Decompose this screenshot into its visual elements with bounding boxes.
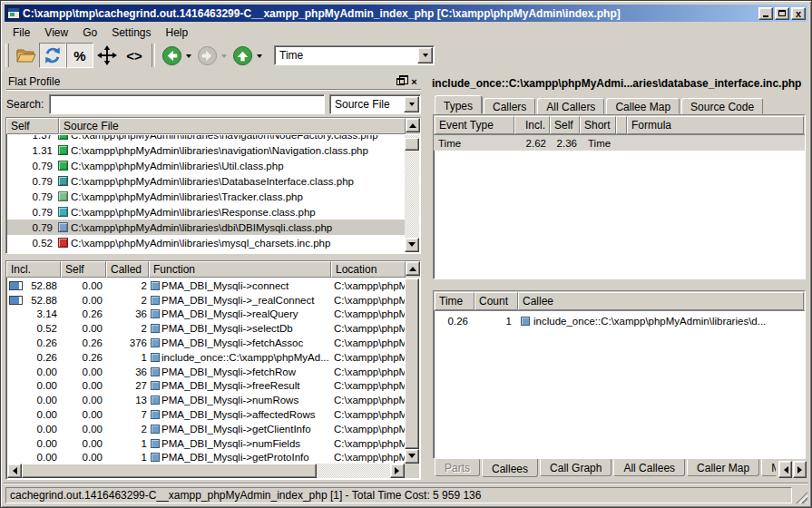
forward-dropdown-icon[interactable] <box>221 54 227 61</box>
tab-caller-map[interactable]: Caller Map <box>687 459 759 476</box>
source-file-row[interactable]: 1.31C:\xampp\phpMyAdmin\libraries\naviga… <box>7 142 405 158</box>
flat-profile-header[interactable]: Flat Profile × <box>6 74 421 90</box>
tab-all-callers[interactable]: All Callers <box>537 98 604 114</box>
scrollbar-thumb[interactable] <box>405 278 419 449</box>
function-row[interactable]: 0.000.001PMA_DBI_Mysqli->getProtoInfoC:\… <box>7 451 405 464</box>
horizontal-scrollbar[interactable] <box>7 464 405 478</box>
source-file-row[interactable]: 0.79C:\xampp\phpMyAdmin\libraries\dbi\DB… <box>7 220 405 235</box>
close-dock-button[interactable]: × <box>407 75 421 88</box>
function-name: PMA_DBI_Mysqli->freeResult <box>161 380 299 391</box>
resize-grip-icon[interactable] <box>796 492 807 503</box>
scroll-down-button[interactable] <box>405 238 419 252</box>
event-type-row[interactable]: Time 2.62 2.36 Time <box>434 135 805 151</box>
function-row[interactable]: 3.140.2636PMA_DBI_Mysqli->realQueryC:\xa… <box>7 308 405 322</box>
function-row[interactable]: 0.260.26376PMA_DBI_Mysqli->fetchAssocC:\… <box>7 336 405 350</box>
source-file-row[interactable]: 0.79C:\xampp\phpMyAdmin\libraries\Util.c… <box>7 158 405 173</box>
back-button[interactable] <box>159 43 194 68</box>
maximize-button[interactable] <box>775 7 789 20</box>
scroll-up-button[interactable] <box>406 118 420 132</box>
relative-percent-toggle[interactable]: % <box>66 43 93 68</box>
scrollbar-thumb[interactable] <box>405 138 419 151</box>
float-dock-button[interactable] <box>394 75 407 88</box>
file-cell: C:\xampp\phpMyAdmin\libraries\Tracker.cl… <box>56 191 405 202</box>
menu-file[interactable]: File <box>5 24 37 41</box>
tab-machine-code[interactable]: Machine Code <box>761 459 776 476</box>
reload-button[interactable] <box>39 43 66 68</box>
up-button[interactable] <box>230 43 265 68</box>
menu-go[interactable]: Go <box>75 24 104 41</box>
expand-columns-button[interactable]: <> <box>121 43 148 68</box>
event-type-select[interactable]: Time <box>274 45 435 65</box>
forward-button[interactable] <box>194 43 230 68</box>
function-row[interactable]: 0.000.001PMA_DBI_Mysqli->numFieldsC:\xam… <box>7 436 405 451</box>
tab-callees[interactable]: Callees <box>482 459 538 477</box>
scroll-down-button[interactable] <box>405 449 419 464</box>
source-file-row[interactable]: 0.52C:\xampp\phpMyAdmin\libraries\mysql_… <box>7 235 405 250</box>
tab-all-callees[interactable]: All Callees <box>613 459 685 476</box>
tab-source-code[interactable]: Source Code <box>681 98 763 114</box>
function-row[interactable]: 0.000.0036PMA_DBI_Mysqli->fetchRowC:\xam… <box>7 365 405 379</box>
column-header-function[interactable]: Function <box>149 261 331 278</box>
tab-types[interactable]: Types <box>435 95 482 114</box>
column-header-formula[interactable]: Formula <box>627 116 804 134</box>
scrollbar-track[interactable] <box>317 464 390 478</box>
column-header-location[interactable]: Location <box>331 261 406 278</box>
arrow-down-icon <box>408 454 416 462</box>
close-button[interactable]: x <box>791 7 806 20</box>
column-header-incl[interactable]: Incl. <box>6 261 61 278</box>
function-row[interactable]: 0.000.0013PMA_DBI_Mysqli->numRowsC:\xamp… <box>7 393 405 407</box>
column-header-self[interactable]: Self <box>550 116 580 134</box>
function-row[interactable]: 0.000.007PMA_DBI_Mysqli->affectedRowsC:\… <box>7 407 405 422</box>
minimize-button[interactable] <box>758 7 773 20</box>
source-file-row[interactable]: 0.79C:\xampp\phpMyAdmin\libraries\Tracke… <box>7 189 405 204</box>
open-file-button[interactable] <box>12 43 39 68</box>
tab-callers[interactable]: Callers <box>484 98 535 114</box>
column-header-callee[interactable]: Callee <box>518 292 804 310</box>
incl-cell: 0.52 <box>7 323 62 334</box>
source-file-row[interactable]: 0.52C:\xampp\phpMyAdmin\libraries\user_p… <box>7 250 405 252</box>
column-header-self[interactable]: Self <box>6 118 59 134</box>
function-row[interactable]: 0.000.002PMA_DBI_Mysqli->getClientInfoC:… <box>7 422 405 436</box>
column-header-source-file[interactable]: Source File <box>59 118 406 134</box>
up-dropdown-icon[interactable] <box>257 54 262 61</box>
menu-settings[interactable]: Settings <box>104 24 158 41</box>
column-header-time[interactable]: Time <box>435 292 474 310</box>
tab-call-graph[interactable]: Call Graph <box>540 459 611 476</box>
function-row[interactable]: 52.880.002PMA_DBI_Mysqli->_realConnectC:… <box>7 293 405 308</box>
column-header-short[interactable]: Short <box>580 116 616 134</box>
function-row[interactable]: 0.520.002PMA_DBI_Mysqli->selectDbC:\xamp… <box>7 321 405 336</box>
search-input[interactable] <box>49 94 325 114</box>
column-header-self[interactable]: Self <box>61 261 106 278</box>
column-header-called[interactable]: Called <box>106 261 149 278</box>
toolbar-handle[interactable] <box>5 44 9 67</box>
tabs-scroll-left-button[interactable] <box>778 461 792 478</box>
scroll-right-button[interactable] <box>390 464 405 478</box>
column-header-count[interactable]: Count <box>474 292 518 310</box>
called-cell: 36 <box>107 308 150 319</box>
vertical-scrollbar[interactable] <box>405 278 419 464</box>
function-row[interactable]: 0.260.261include_once::C:\xampp\phpMyAd.… <box>7 350 405 365</box>
arrow-right-icon <box>797 466 806 474</box>
pan-button[interactable] <box>93 43 121 68</box>
menu-help[interactable]: Help <box>159 24 196 41</box>
function-row[interactable]: 52.880.002PMA_DBI_Mysqli->connectC:\xamp… <box>7 278 405 293</box>
tabs-scroll-right-button[interactable] <box>793 461 807 478</box>
scroll-left-button[interactable] <box>7 464 22 478</box>
event-type-dropdown-button[interactable] <box>417 47 433 64</box>
column-header-incl[interactable]: Incl. <box>514 116 550 134</box>
function-row[interactable]: 0.000.0027PMA_DBI_Mysqli->freeResultC:\x… <box>7 379 405 394</box>
source-file-row[interactable]: 0.79C:\xampp\phpMyAdmin\libraries\Respon… <box>7 204 405 220</box>
menu-view[interactable]: View <box>37 24 75 41</box>
back-dropdown-icon[interactable] <box>186 54 191 61</box>
scroll-up-button[interactable] <box>406 261 420 276</box>
vertical-scrollbar[interactable] <box>405 135 419 252</box>
group-by-dropdown-button[interactable] <box>404 96 419 112</box>
column-header-empty[interactable] <box>616 116 627 134</box>
column-header-event-type[interactable]: Event Type <box>435 116 514 134</box>
source-file-row[interactable]: 1.37C:\xampp\phpMyAdmin\libraries\naviga… <box>7 135 405 142</box>
source-file-row[interactable]: 0.79C:\xampp\phpMyAdmin\libraries\Databa… <box>7 173 405 189</box>
tab-callee-map[interactable]: Callee Map <box>606 98 680 114</box>
scrollbar-thumb[interactable] <box>22 464 317 478</box>
group-by-select[interactable]: Source File <box>329 94 421 114</box>
callee-row[interactable]: 0.26 1 include_once::C:\xampp\phpMyAdmin… <box>434 313 805 328</box>
